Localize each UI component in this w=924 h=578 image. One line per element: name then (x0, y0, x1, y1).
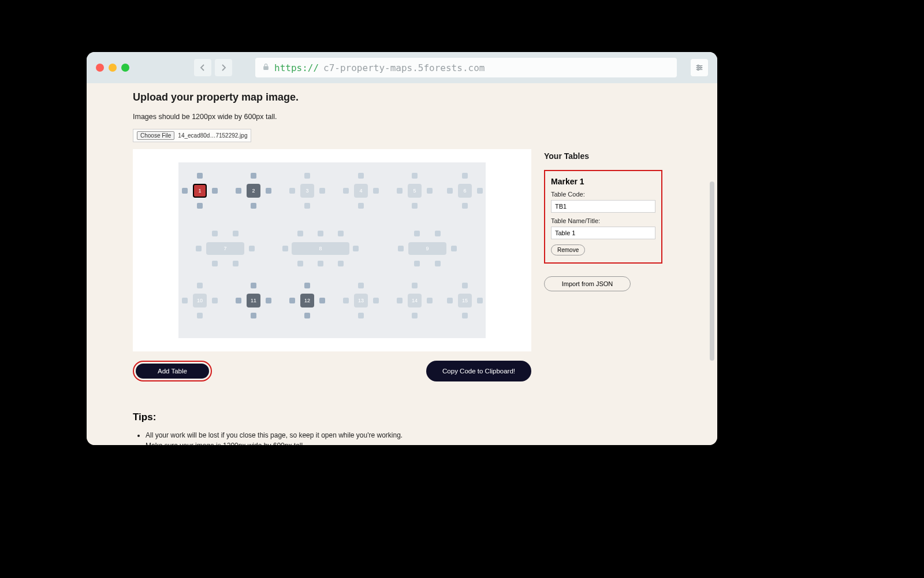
table-label: 1 (193, 184, 207, 198)
table-name-label: Table Name/Title: (551, 217, 655, 224)
action-button-row: Add Table Copy Code to Clipboard! (133, 361, 531, 381)
window-controls (96, 64, 129, 72)
settings-button[interactable] (691, 59, 708, 76)
add-table-button[interactable]: Add Table (136, 364, 209, 379)
url-host: c7-property-maps.5forests.com (323, 62, 485, 73)
table-3[interactable]: 3 (289, 173, 325, 209)
tips-heading: Tips: (133, 412, 531, 423)
side-panel: Your Tables Marker 1 Table Code: Table N… (544, 149, 662, 291)
copy-code-button[interactable]: Copy Code to Clipboard! (426, 361, 531, 381)
svg-point-1 (698, 65, 699, 66)
table-label: 4 (354, 184, 368, 198)
browser-window: https://c7-property-maps.5forests.com Up… (87, 52, 717, 445)
map-canvas[interactable]: 1 2 3 4 (133, 149, 531, 351)
table-label: 7 (206, 242, 244, 255)
table-1[interactable]: 1 (182, 173, 218, 209)
titlebar: https://c7-property-maps.5forests.com (87, 52, 717, 83)
table-label: 5 (408, 184, 422, 198)
table-label: 14 (408, 294, 422, 307)
address-bar[interactable]: https://c7-property-maps.5forests.com (255, 58, 677, 77)
viewport: Upload your property map image. Images s… (87, 83, 717, 445)
close-icon[interactable] (96, 64, 104, 72)
table-code-input[interactable] (551, 200, 655, 213)
table-label: 15 (458, 294, 472, 307)
table-label: 12 (300, 294, 314, 307)
table-label: 6 (458, 184, 472, 198)
table-10[interactable]: 10 (182, 283, 218, 318)
table-label: 3 (300, 184, 314, 198)
choose-file-button[interactable]: Choose File (137, 131, 174, 140)
marker-card: Marker 1 Table Code: Table Name/Title: R… (544, 170, 662, 264)
table-9[interactable]: 9 (398, 231, 457, 266)
tip-item: Make sure your image is 1200px wide by 6… (146, 442, 531, 445)
table-2[interactable]: 2 (236, 173, 271, 209)
table-4[interactable]: 4 (343, 173, 379, 209)
table-label: 9 (408, 242, 446, 255)
add-table-highlight: Add Table (133, 361, 212, 381)
lock-icon (262, 63, 270, 72)
marker-title: Marker 1 (551, 177, 655, 186)
back-button[interactable] (194, 59, 211, 76)
url-protocol: https:// (274, 62, 319, 73)
scrollbar-thumb[interactable] (710, 181, 714, 361)
table-name-input[interactable] (551, 227, 655, 239)
tip-item: All your work will be lost if you close … (146, 431, 531, 439)
remove-marker-button[interactable]: Remove (551, 244, 585, 255)
table-12[interactable]: 12 (289, 283, 325, 318)
page-title: Upload your property map image. (133, 91, 671, 103)
tips-section: Tips: All your work will be lost if you … (133, 412, 531, 445)
side-panel-title: Your Tables (544, 151, 662, 161)
table-13[interactable]: 13 (343, 283, 379, 318)
upload-hint: Images should be 1200px wide by 600px ta… (133, 113, 671, 121)
table-5[interactable]: 5 (397, 173, 433, 209)
svg-point-5 (698, 69, 699, 71)
scrollbar[interactable] (710, 83, 716, 445)
table-label: 8 (292, 242, 349, 255)
table-15[interactable]: 15 (447, 283, 483, 318)
table-11[interactable]: 11 (236, 283, 271, 318)
table-6[interactable]: 6 (447, 173, 483, 209)
table-label: 10 (193, 294, 207, 307)
selected-filename: 14_ecad80d…7152292.jpg (178, 132, 247, 139)
nav-buttons (194, 59, 232, 76)
table-8[interactable]: 8 (282, 231, 359, 266)
table-label: 2 (247, 184, 260, 198)
table-label: 11 (247, 294, 260, 307)
table-14[interactable]: 14 (397, 283, 433, 318)
table-label: 13 (354, 294, 368, 307)
forward-button[interactable] (215, 59, 232, 76)
minimize-icon[interactable] (109, 64, 117, 72)
floorplan-image: 1 2 3 4 (178, 162, 486, 338)
maximize-icon[interactable] (121, 64, 129, 72)
svg-point-3 (700, 67, 702, 69)
table-7[interactable]: 7 (196, 231, 255, 266)
import-json-button[interactable]: Import from JSON (544, 276, 631, 291)
file-input-group: Choose File 14_ecad80d…7152292.jpg (133, 129, 251, 142)
table-code-label: Table Code: (551, 191, 655, 198)
